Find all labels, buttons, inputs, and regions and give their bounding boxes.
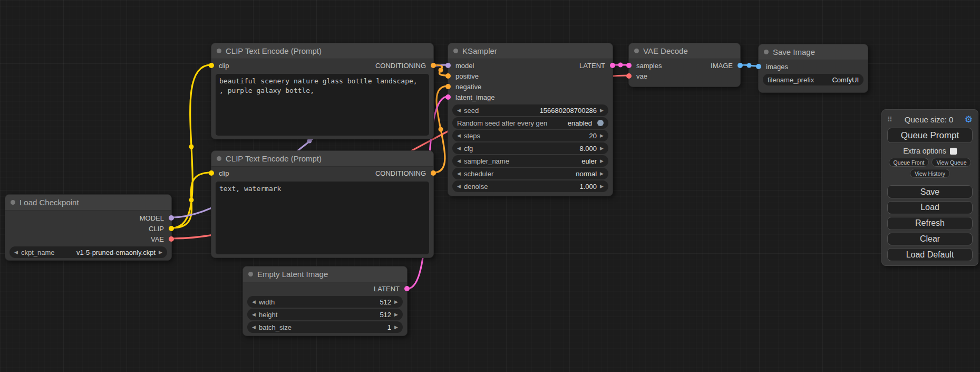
save-button[interactable]: Save xyxy=(887,185,973,198)
node-ksampler[interactable]: KSampler model LATENT positive negative … xyxy=(448,43,613,196)
positive-prompt-textarea[interactable]: beautiful scenery nature glass bottle la… xyxy=(216,74,429,136)
clear-button[interactable]: Clear xyxy=(887,233,973,246)
port-clip-output[interactable] xyxy=(169,226,174,231)
arrow-right-icon[interactable]: ▶ xyxy=(600,171,604,176)
collapse-dot-icon[interactable] xyxy=(248,272,253,276)
arrow-right-icon[interactable]: ▶ xyxy=(600,108,604,113)
random-seed-toggle-widget[interactable]: Random seed after every gen enabled xyxy=(452,117,608,129)
widget-value: 1 xyxy=(387,323,391,331)
link-midpoint-dot xyxy=(439,68,443,73)
collapse-dot-icon[interactable] xyxy=(217,156,221,161)
arrow-left-icon[interactable]: ◀ xyxy=(457,184,461,189)
port-model-output[interactable] xyxy=(169,215,174,221)
arrow-left-icon[interactable]: ◀ xyxy=(14,250,18,255)
cfg-widget[interactable]: ◀ cfg 8.000 ▶ xyxy=(452,142,608,154)
port-latent-output[interactable] xyxy=(404,286,410,291)
port-vae-output[interactable] xyxy=(169,236,174,242)
arrow-left-icon[interactable]: ◀ xyxy=(457,171,461,176)
steps-widget[interactable]: ◀ steps 20 ▶ xyxy=(452,130,608,141)
denoise-widget[interactable]: ◀ denoise 1.000 ▶ xyxy=(452,180,608,192)
arrow-right-icon[interactable]: ▶ xyxy=(394,325,398,330)
sampler-name-widget[interactable]: ◀ sampler_name euler ▶ xyxy=(452,155,608,167)
filename-prefix-widget[interactable]: filename_prefix ComfyUI xyxy=(763,74,863,85)
node-title: Load Checkpoint xyxy=(20,198,79,207)
arrow-right-icon[interactable]: ▶ xyxy=(394,300,398,304)
arrow-right-icon[interactable]: ▶ xyxy=(394,312,398,317)
collapse-dot-icon[interactable] xyxy=(217,49,221,53)
settings-gear-icon[interactable]: ⚙ xyxy=(965,114,973,125)
negative-prompt-textarea[interactable]: text, watermark xyxy=(216,182,429,254)
widget-value: enabled xyxy=(568,119,592,127)
toggle-knob-icon[interactable] xyxy=(597,120,604,126)
collapse-dot-icon[interactable] xyxy=(11,200,15,205)
port-clip-input[interactable] xyxy=(209,63,214,68)
view-queue-button[interactable]: View Queue xyxy=(932,158,971,167)
node-title: Empty Latent Image xyxy=(257,270,328,279)
node-title-bar[interactable]: CLIP Text Encode (Prompt) xyxy=(211,43,433,59)
node-graph-canvas[interactable]: Load Checkpoint MODEL CLIP VAE ◀ ckpt_na… xyxy=(0,0,980,372)
node-load-checkpoint[interactable]: Load Checkpoint MODEL CLIP VAE ◀ ckpt_na… xyxy=(5,194,172,261)
node-title: CLIP Text Encode (Prompt) xyxy=(226,46,322,55)
arrow-left-icon[interactable]: ◀ xyxy=(252,325,256,330)
port-conditioning-output[interactable] xyxy=(431,170,436,176)
node-title-bar[interactable]: Load Checkpoint xyxy=(5,195,171,211)
arrow-right-icon[interactable]: ▶ xyxy=(159,250,162,255)
collapse-dot-icon[interactable] xyxy=(453,49,458,53)
arrow-left-icon[interactable]: ◀ xyxy=(457,159,461,164)
widget-label: denoise xyxy=(464,183,488,190)
arrow-right-icon[interactable]: ▶ xyxy=(600,146,604,151)
ckpt-name-widget[interactable]: ◀ ckpt_name v1-5-pruned-emaonly.ckpt ▶ xyxy=(9,246,167,258)
port-samples-input[interactable] xyxy=(626,63,632,68)
node-vae-decode[interactable]: VAE Decode samples IMAGE vae xyxy=(628,43,741,87)
node-empty-latent-image[interactable]: Empty Latent Image LATENT ◀ width 512 ▶ … xyxy=(242,266,407,336)
arrow-right-icon[interactable]: ▶ xyxy=(600,133,604,138)
port-label-conditioning-output: CONDITIONING xyxy=(375,62,426,70)
node-title: VAE Decode xyxy=(643,46,688,55)
arrow-right-icon[interactable]: ▶ xyxy=(600,159,604,164)
port-image-output[interactable] xyxy=(738,63,743,68)
node-title-bar[interactable]: VAE Decode xyxy=(629,43,740,59)
arrow-left-icon[interactable]: ◀ xyxy=(252,312,256,317)
port-label-images-input: images xyxy=(766,63,788,71)
widget-label: batch_size xyxy=(259,323,292,331)
widget-label: height xyxy=(259,311,277,319)
extra-options-checkbox[interactable] xyxy=(950,148,957,155)
batch-size-widget[interactable]: ◀ batch_size 1 ▶ xyxy=(247,321,403,333)
load-button[interactable]: Load xyxy=(887,201,973,214)
port-clip-input[interactable] xyxy=(209,170,214,176)
port-images-input[interactable] xyxy=(756,64,761,69)
node-title-bar[interactable]: Save Image xyxy=(759,44,868,60)
arrow-left-icon[interactable]: ◀ xyxy=(457,146,461,151)
arrow-left-icon[interactable]: ◀ xyxy=(457,133,461,138)
node-save-image[interactable]: Save Image images filename_prefix ComfyU… xyxy=(758,44,868,93)
view-history-button[interactable]: View History xyxy=(910,169,950,178)
port-latent-output[interactable] xyxy=(610,63,615,68)
queue-front-button[interactable]: Queue Front xyxy=(889,158,929,167)
queue-prompt-button[interactable]: Queue Prompt xyxy=(887,128,973,144)
arrow-left-icon[interactable]: ◀ xyxy=(252,300,256,304)
port-positive-input[interactable] xyxy=(445,73,451,79)
refresh-button[interactable]: Refresh xyxy=(887,217,973,230)
arrow-right-icon[interactable]: ▶ xyxy=(600,184,604,189)
collapse-dot-icon[interactable] xyxy=(764,50,769,54)
port-latent-image-input[interactable] xyxy=(445,94,451,100)
load-default-button[interactable]: Load Default xyxy=(887,248,973,261)
collapse-dot-icon[interactable] xyxy=(634,49,639,53)
height-widget[interactable]: ◀ height 512 ▶ xyxy=(247,309,403,320)
node-title-bar[interactable]: CLIP Text Encode (Prompt) xyxy=(211,151,433,167)
port-label-vae-output: VAE xyxy=(151,235,164,243)
port-model-input[interactable] xyxy=(445,63,451,68)
drag-handle-icon[interactable]: ⠿ xyxy=(887,116,892,123)
port-negative-input[interactable] xyxy=(445,84,451,89)
node-clip-text-encode-negative[interactable]: CLIP Text Encode (Prompt) clip CONDITION… xyxy=(211,150,434,258)
queue-panel[interactable]: ⠿ Queue size: 0 ⚙ Queue Prompt Extra opt… xyxy=(881,109,978,266)
width-widget[interactable]: ◀ width 512 ▶ xyxy=(247,296,403,308)
node-title-bar[interactable]: KSampler xyxy=(448,43,613,59)
node-title-bar[interactable]: Empty Latent Image xyxy=(243,266,407,282)
arrow-left-icon[interactable]: ◀ xyxy=(457,108,461,113)
node-clip-text-encode-positive[interactable]: CLIP Text Encode (Prompt) clip CONDITION… xyxy=(211,43,434,139)
scheduler-widget[interactable]: ◀ scheduler normal ▶ xyxy=(452,168,608,179)
port-conditioning-output[interactable] xyxy=(431,63,436,68)
port-vae-input[interactable] xyxy=(626,73,632,79)
seed-widget[interactable]: ◀ seed 156680208700286 ▶ xyxy=(452,104,608,116)
